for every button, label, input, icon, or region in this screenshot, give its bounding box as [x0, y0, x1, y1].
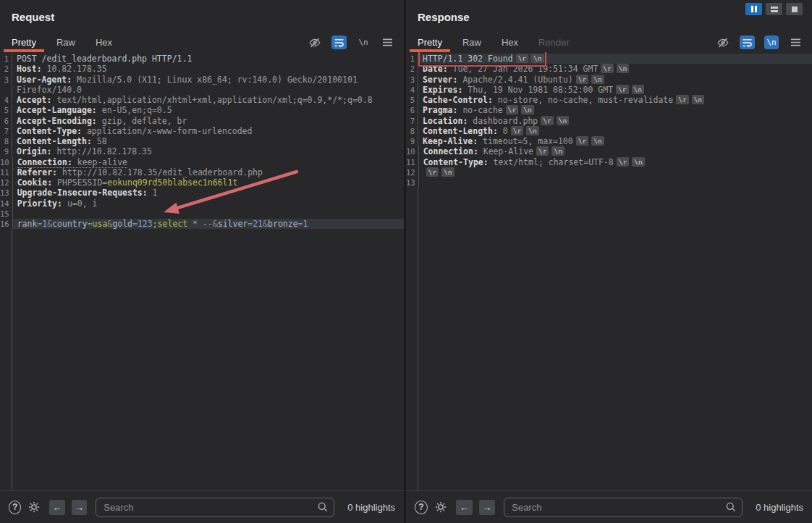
- request-header: Request Pretty Raw Hex: [0, 0, 404, 52]
- code-line[interactable]: 5Cache-Control: no-store, no-cache, must…: [406, 95, 812, 105]
- code-line[interactable]: 7Location: dashboard.php\r\n: [406, 116, 812, 126]
- settings-gear-icon[interactable]: [434, 501, 447, 514]
- stop-button[interactable]: [786, 3, 803, 15]
- menu-icon[interactable]: [788, 35, 803, 49]
- request-tabs: Pretty Raw Hex: [0, 33, 404, 52]
- pause-button[interactable]: [745, 3, 762, 15]
- request-toolbar: \n: [308, 35, 404, 49]
- window-controls: [745, 3, 803, 15]
- crlf-badge: \r: [541, 116, 553, 125]
- code-line[interactable]: 10Connection: keep-alive: [0, 157, 404, 167]
- annotation-box: HTTP/1.1 302 Found\r\n: [423, 54, 544, 64]
- crlf-badge: \n: [632, 85, 644, 94]
- crlf-badge: \r: [601, 64, 613, 73]
- code-line[interactable]: 11Referer: http://10.82.178.35/edit_lead…: [0, 167, 404, 177]
- crlf-badge: \n: [591, 136, 604, 146]
- split-button[interactable]: [766, 3, 782, 15]
- response-tab-hex[interactable]: Hex: [500, 34, 520, 51]
- response-panel: Response Pretty Raw Hex Render: [406, 0, 812, 523]
- code-line[interactable]: 3Server: Apache/2.4.41 (Ubuntu)\r\n: [406, 75, 812, 85]
- hide-nonprintable-icon[interactable]: [308, 35, 322, 49]
- code-line[interactable]: 13Upgrade-Insecure-Requests: 1: [0, 188, 404, 198]
- crlf-badge: \n: [692, 95, 704, 104]
- next-match-button[interactable]: →: [479, 500, 496, 515]
- code-line[interactable]: 13: [406, 177, 812, 188]
- request-search-bar: ? ← → 0 highlights: [0, 490, 404, 523]
- code-line[interactable]: 10Connection: Keep-Alive\r\n: [406, 146, 812, 156]
- response-toolbar: \n: [716, 35, 812, 49]
- crlf-badge: \r: [506, 105, 518, 114]
- search-icon: [317, 501, 329, 516]
- code-line[interactable]: 12\r\n: [406, 167, 812, 177]
- help-icon[interactable]: ?: [415, 501, 428, 514]
- code-line[interactable]: 16rank=1&country=usa&gold=123;select * -…: [0, 219, 404, 229]
- request-search: [96, 498, 334, 517]
- word-wrap-icon[interactable]: [740, 35, 755, 49]
- code-line[interactable]: 14Priority: u=0, i: [0, 198, 404, 209]
- request-tab-raw[interactable]: Raw: [55, 34, 77, 51]
- hide-nonprintable-icon[interactable]: [716, 35, 730, 49]
- crlf-badge: \r: [511, 126, 523, 135]
- code-line[interactable]: 4Expires: Thu, 19 Nov 1981 08:52:00 GMT\…: [406, 85, 812, 95]
- request-tab-pretty[interactable]: Pretty: [10, 34, 38, 51]
- word-wrap-icon[interactable]: [331, 35, 347, 49]
- code-line[interactable]: 1HTTP/1.1 302 Found\r\n: [406, 54, 812, 64]
- crlf-badge: \r: [516, 54, 528, 63]
- code-line[interactable]: 2Host: 10.82.178.35: [0, 64, 404, 74]
- response-search: [504, 498, 743, 517]
- crlf-badge: \r: [536, 146, 549, 156]
- crlf-badge: \r: [576, 136, 588, 146]
- highlights-count: 0 highlights: [756, 502, 803, 513]
- search-input[interactable]: [504, 498, 743, 517]
- crlf-badge: \n: [617, 64, 629, 73]
- crlf-badge: \r: [617, 157, 629, 167]
- response-tabs: Pretty Raw Hex Render: [406, 33, 812, 52]
- code-line[interactable]: 5Accept-Language: en-US,en;q=0.5: [0, 105, 404, 115]
- prev-match-button[interactable]: ←: [49, 500, 65, 515]
- code-line[interactable]: 9Origin: http://10.82.178.35: [0, 146, 404, 156]
- response-search-bar: ? ← → 0 highlights: [406, 490, 812, 523]
- request-title: Request: [0, 0, 404, 23]
- highlights-count: 0 highlights: [347, 502, 395, 513]
- request-tab-hex[interactable]: Hex: [94, 34, 114, 51]
- response-tab-raw[interactable]: Raw: [461, 34, 483, 51]
- crlf-badge: \n: [441, 167, 454, 177]
- code-line[interactable]: 1POST /edit_leaderboard.php HTTP/1.1: [0, 54, 404, 64]
- code-line[interactable]: 4Accept: text/html,application/xhtml+xml…: [0, 95, 404, 105]
- burp-message-editor: Request Pretty Raw Hex: [0, 0, 812, 523]
- code-line[interactable]: 8Content-Length: 0\r\n: [406, 126, 812, 136]
- response-editor[interactable]: 1HTTP/1.1 302 Found\r\n2Date: Tue, 27 Ja…: [406, 52, 812, 490]
- response-tab-pretty[interactable]: Pretty: [416, 34, 444, 51]
- settings-gear-icon[interactable]: [28, 501, 41, 514]
- crlf-badge: \n: [551, 146, 564, 156]
- crlf-badge: \n: [531, 54, 544, 63]
- crlf-badge: \n: [557, 116, 569, 125]
- code-line[interactable]: 8Content-Length: 58: [0, 136, 404, 146]
- search-icon: [725, 501, 737, 516]
- code-line[interactable]: 3User-Agent: Mozilla/5.0 (X11; Linux x86…: [0, 75, 404, 96]
- code-line[interactable]: 15: [0, 209, 404, 219]
- help-icon[interactable]: ?: [9, 501, 21, 514]
- prev-match-button[interactable]: ←: [456, 500, 473, 515]
- code-line[interactable]: 7Content-Type: application/x-www-form-ur…: [0, 126, 404, 136]
- code-line[interactable]: 2Date: Tue, 27 Jan 2026 19:51:34 GMT\r\n: [406, 64, 812, 74]
- next-match-button[interactable]: →: [72, 500, 88, 515]
- crlf-badge: \n: [632, 157, 644, 167]
- search-input[interactable]: [96, 498, 334, 517]
- request-panel: Request Pretty Raw Hex: [0, 0, 404, 523]
- code-line[interactable]: 9Keep-Alive: timeout=5, max=100\r\n: [406, 136, 812, 146]
- code-line[interactable]: 11Content-Type: text/html; charset=UTF-8…: [406, 157, 812, 167]
- show-newlines-icon[interactable]: \n: [356, 35, 371, 49]
- crlf-badge: \n: [521, 105, 533, 114]
- crlf-badge: \r: [576, 75, 588, 84]
- crlf-badge: \n: [526, 126, 538, 135]
- menu-icon[interactable]: [380, 35, 394, 49]
- crlf-badge: \r: [616, 85, 628, 94]
- code-line[interactable]: 12Cookie: PHPSESSID=eokunq09rd50blabsec1…: [0, 177, 404, 188]
- code-line[interactable]: 6Accept-Encoding: gzip, deflate, br: [0, 116, 404, 126]
- request-editor[interactable]: 1POST /edit_leaderboard.php HTTP/1.12Hos…: [0, 52, 404, 490]
- crlf-badge: \r: [676, 95, 688, 104]
- crlf-badge: \r: [426, 167, 439, 177]
- show-newlines-icon[interactable]: \n: [764, 35, 779, 49]
- code-line[interactable]: 6Pragma: no-cache\r\n: [406, 105, 812, 115]
